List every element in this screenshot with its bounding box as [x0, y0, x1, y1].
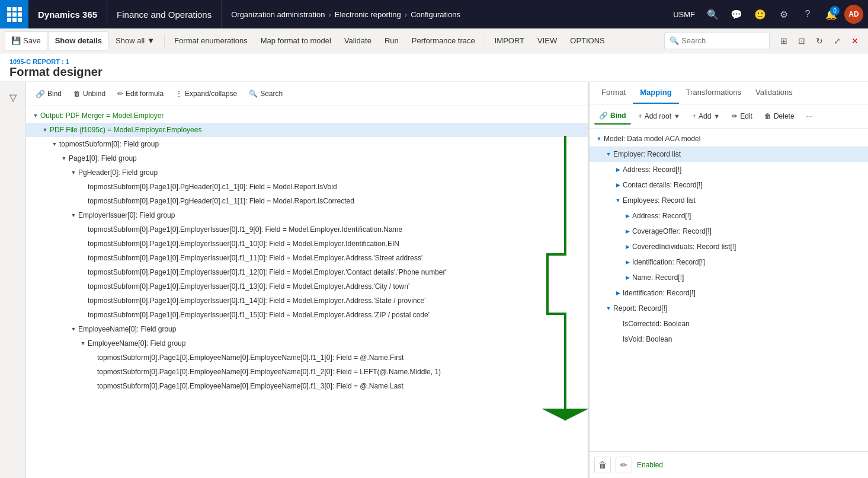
tree-expander-icon[interactable]: ▼	[59, 154, 69, 163]
tree-item[interactable]: topmostSubform[0].Page1[0].EmployeeName[…	[26, 379, 588, 393]
tree-expander-icon[interactable]: ▼	[40, 125, 50, 135]
run-button[interactable]: Run	[379, 31, 405, 50]
tab-format[interactable]: Format	[594, 82, 633, 104]
tree-item[interactable]: ▼Page1[0]: Field group	[26, 151, 588, 165]
right-tree-expander-icon[interactable]	[613, 319, 623, 329]
right-tree-expander-icon[interactable]: ▶	[613, 180, 623, 190]
tree-item[interactable]: ▼Output: PDF Merger = Model.Employer	[26, 109, 588, 123]
import-button[interactable]: IMPORT	[489, 31, 530, 50]
right-tree-expander-icon[interactable]: ▶	[623, 257, 632, 267]
action-search-box[interactable]: 🔍	[664, 33, 770, 49]
right-tree-expander-icon[interactable]	[613, 334, 623, 344]
right-tree-expander-icon[interactable]: ▶	[623, 242, 632, 251]
tree-expander-icon[interactable]	[88, 381, 97, 391]
right-tree-expander-icon[interactable]: ▼	[594, 134, 604, 144]
right-tree-expander-icon[interactable]: ▼	[613, 196, 623, 205]
tree-expander-icon[interactable]	[88, 353, 97, 362]
right-tree-item[interactable]: ▼Employees: Record list	[590, 193, 868, 208]
right-tree-item[interactable]: ▶Contact details: Record[!]	[590, 177, 868, 193]
tab-mapping[interactable]: Mapping	[633, 82, 678, 104]
search-nav-button[interactable]: 🔍	[702, 4, 723, 25]
right-tree-item[interactable]: ▶CoveredIndividuals: Record list[!]	[590, 239, 868, 254]
right-tree-expander-icon[interactable]: ▶	[623, 227, 632, 236]
map-format-to-model-button[interactable]: Map format to model	[255, 31, 337, 50]
options-button[interactable]: OPTIONS	[564, 31, 611, 50]
delete-bottom-button[interactable]: 🗑	[594, 457, 611, 473]
tree-expander-icon[interactable]	[78, 225, 88, 234]
search-input[interactable]	[681, 36, 764, 45]
validate-button[interactable]: Validate	[338, 31, 377, 50]
tree-item[interactable]: ▼topmostSubform[0]: Field group	[26, 137, 588, 151]
tree-expander-icon[interactable]: ▼	[69, 324, 78, 334]
tree-item[interactable]: ▼PDF File (f1095c) = Model.Employer.Empl…	[26, 123, 588, 137]
d365-logo[interactable]: Dynamics 365	[28, 0, 107, 28]
right-tree-expander-icon[interactable]: ▶	[613, 165, 623, 174]
refresh-button[interactable]: ↻	[811, 33, 828, 49]
right-tree-item[interactable]: ▶Address: Record[!]	[590, 162, 868, 177]
right-tree-item[interactable]: ▶CoverageOffer: Record[!]	[590, 224, 868, 239]
user-avatar[interactable]: AD	[844, 5, 863, 24]
tree-expander-icon[interactable]: ▼	[69, 211, 78, 220]
add-root-button[interactable]: + Add root ▼	[633, 108, 685, 125]
tree-item[interactable]: topmostSubform[0].Page1[0].EmployerIssue…	[26, 222, 588, 237]
tree-item[interactable]: topmostSubform[0].Page1[0].EmployerIssue…	[26, 265, 588, 279]
view-button[interactable]: VIEW	[531, 31, 563, 50]
tree-item[interactable]: topmostSubform[0].Page1[0].EmployerIssue…	[26, 294, 588, 308]
save-button[interactable]: 💾 Save	[5, 31, 47, 50]
bind-button[interactable]: 🔗 Bind	[31, 85, 66, 102]
right-tree-item[interactable]: ▶Name: Record[!]	[590, 270, 868, 285]
format-tree[interactable]: ▼Output: PDF Merger = Model.Employer▼PDF…	[26, 106, 588, 478]
right-tree-expander-icon[interactable]: ▼	[604, 149, 613, 159]
right-tree-item[interactable]: ▼Employer: Record list	[590, 146, 868, 162]
model-tree[interactable]: ▼Model: Data model ACA model▼Employer: R…	[590, 129, 868, 451]
tree-item[interactable]: topmostSubform[0].Page1[0].PgHeader[0].c…	[26, 194, 588, 208]
right-add-button[interactable]: + Add ▼	[687, 108, 725, 125]
right-more-button[interactable]: ···	[802, 108, 817, 125]
right-tree-item[interactable]: ▶Identification: Record[!]	[590, 285, 868, 301]
help-button[interactable]: ?	[797, 4, 818, 25]
edit-formula-button[interactable]: ✏ Edit formula	[113, 85, 168, 102]
right-delete-button[interactable]: 🗑 Delete	[760, 108, 799, 125]
office-button[interactable]: ⊡	[793, 33, 810, 49]
tree-item[interactable]: ▼EmployeeName[0]: Field group	[26, 336, 588, 350]
tree-item[interactable]: topmostSubform[0].Page1[0].PgHeader[0].c…	[26, 180, 588, 194]
breadcrumb-er[interactable]: Electronic reporting	[335, 10, 401, 19]
tree-expander-icon[interactable]	[78, 296, 88, 305]
tree-expander-icon[interactable]: ▼	[69, 168, 78, 177]
tree-expander-icon[interactable]: ▼	[31, 111, 40, 120]
breadcrumb-config[interactable]: Configurations	[411, 10, 460, 19]
right-tree-item[interactable]: ▼Report: Record[!]	[590, 301, 868, 316]
close-button[interactable]: ✕	[847, 33, 863, 49]
tree-expander-icon[interactable]	[78, 196, 88, 206]
tab-transformations[interactable]: Transformations	[679, 82, 748, 104]
right-tree-item[interactable]: IsVoid: Boolean	[590, 332, 868, 347]
unbind-button[interactable]: 🗑 Unbind	[69, 85, 110, 102]
right-tree-item[interactable]: IsCorrected: Boolean	[590, 316, 868, 332]
right-tree-item[interactable]: ▶Address: Record[!]	[590, 208, 868, 224]
grid-menu-button[interactable]	[0, 0, 28, 28]
tree-item[interactable]: topmostSubform[0].Page1[0].EmployerIssue…	[26, 237, 588, 251]
right-tree-expander-icon[interactable]: ▶	[613, 288, 623, 298]
tree-item[interactable]: topmostSubform[0].Page1[0].EmployerIssue…	[26, 279, 588, 294]
tree-expander-icon[interactable]	[78, 239, 88, 248]
right-tree-item[interactable]: ▼Model: Data model ACA model	[590, 131, 868, 146]
tree-expander-icon[interactable]	[78, 282, 88, 291]
restore-button[interactable]: ⤢	[829, 33, 845, 49]
tree-item[interactable]: topmostSubform[0].Page1[0].EmployerIssue…	[26, 308, 588, 322]
tree-expander-icon[interactable]	[78, 310, 88, 320]
left-search-button[interactable]: 🔍 Search	[244, 85, 287, 102]
right-bind-button[interactable]: 🔗 Bind	[594, 108, 631, 125]
tree-expander-icon[interactable]	[78, 182, 88, 192]
show-all-button[interactable]: Show all ▼	[110, 31, 161, 50]
right-tree-expander-icon[interactable]: ▼	[604, 304, 613, 313]
performance-trace-button[interactable]: Performance trace	[406, 31, 481, 50]
right-tree-item[interactable]: ▶Identification: Record[!]	[590, 254, 868, 270]
breadcrumb-org[interactable]: Organization administration	[231, 10, 325, 19]
settings-button[interactable]: ⚙	[773, 4, 795, 25]
nav-filter-button[interactable]: ▽	[2, 87, 24, 108]
tree-expander-icon[interactable]: ▼	[78, 339, 88, 348]
tree-item[interactable]: ▼PgHeader[0]: Field group	[26, 165, 588, 180]
tree-expander-icon[interactable]: ▼	[50, 139, 59, 149]
company-selector[interactable]: USMF	[668, 10, 700, 19]
show-details-button[interactable]: Show details	[49, 31, 108, 50]
